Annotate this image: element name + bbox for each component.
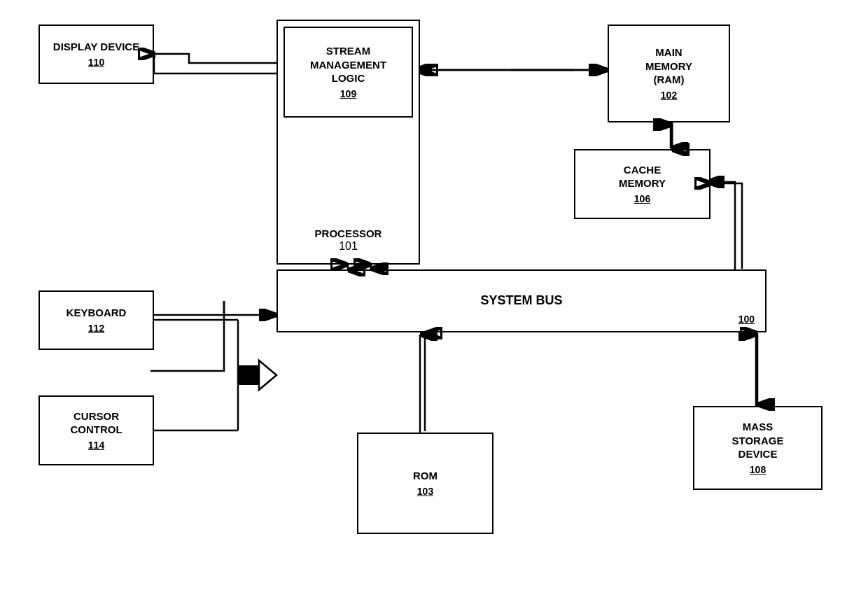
rom-box: ROM 103: [357, 433, 493, 534]
system-bus-label: SYSTEM BUS: [480, 293, 562, 309]
cache-memory-box: CACHEMEMORY 106: [574, 149, 710, 219]
main-memory-box: MAINMEMORY(RAM) 102: [608, 24, 730, 122]
cursor-control-label: CURSORCONTROL: [70, 409, 122, 437]
keyboard-label: KEYBOARD: [66, 306, 127, 320]
system-bus-box: SYSTEM BUS 100: [276, 269, 766, 332]
display-device-box: DISPLAY DEVICE 110: [38, 24, 154, 84]
cursor-control-ref: 114: [88, 439, 104, 451]
cache-memory-ref: 106: [634, 192, 650, 205]
main-memory-ref: 102: [661, 89, 677, 101]
processor-ref: 101: [339, 240, 358, 252]
display-device-label: DISPLAY DEVICE: [53, 40, 139, 54]
keyboard-box: KEYBOARD 112: [38, 290, 154, 350]
stream-mgmt-ref: 109: [340, 87, 356, 100]
processor-outer-box: STREAMMANAGEMENTLOGIC 109 PROCESSOR 101: [276, 20, 420, 265]
keyboard-ref: 112: [88, 322, 104, 335]
diagram: DISPLAY DEVICE 110 STREAMMANAGEMENTLOGIC…: [0, 0, 868, 597]
stream-mgmt-box: STREAMMANAGEMENTLOGIC 109: [284, 27, 413, 118]
cache-memory-label: CACHEMEMORY: [619, 163, 666, 190]
mass-storage-label: MASSSTORAGEDEVICE: [732, 420, 784, 461]
processor-label: PROCESSOR: [315, 227, 382, 239]
main-memory-label: MAINMEMORY(RAM): [645, 45, 692, 87]
stream-mgmt-label: STREAMMANAGEMENTLOGIC: [310, 44, 386, 85]
mass-storage-box: MASSSTORAGEDEVICE 108: [693, 406, 822, 490]
display-device-ref: 110: [88, 56, 104, 69]
rom-ref: 103: [417, 485, 433, 498]
system-bus-ref: 100: [738, 313, 755, 325]
mass-storage-ref: 108: [750, 463, 766, 476]
rom-label: ROM: [413, 469, 438, 483]
cursor-control-box: CURSORCONTROL 114: [38, 395, 154, 465]
